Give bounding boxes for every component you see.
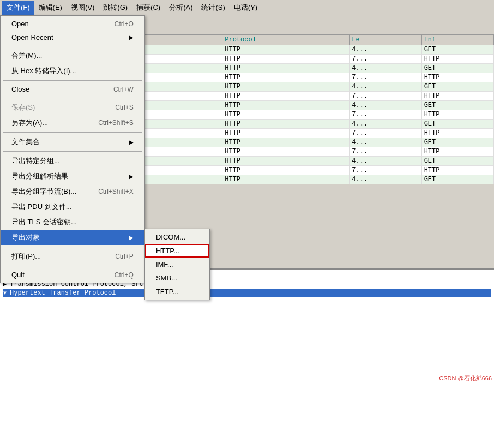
menubar-goto[interactable]: 跳转(G) bbox=[99, 1, 132, 15]
sep1 bbox=[3, 46, 142, 46]
cell-info: GET bbox=[421, 138, 493, 147]
cell-info: HTTP bbox=[421, 110, 493, 120]
cell-length: 7... bbox=[350, 55, 421, 64]
menu-export-pdu[interactable]: 导出 PDU 到文件... bbox=[1, 199, 144, 214]
sep3 bbox=[3, 98, 142, 98]
menu-save: 保存(S) Ctrl+S bbox=[1, 100, 144, 115]
cell-length: 4... bbox=[350, 101, 421, 110]
detail-panel: Internet Protocol Version 4, Src: 223.10… bbox=[0, 270, 494, 448]
sep4 bbox=[3, 132, 142, 133]
cell-protocol: HTTP bbox=[222, 101, 350, 110]
menu-export-bytes[interactable]: 导出分组字节流(B)... Ctrl+Shift+X bbox=[1, 184, 144, 199]
cell-length: 7... bbox=[350, 73, 421, 82]
menu-save-as[interactable]: 另存为(A)... Ctrl+Shift+S bbox=[1, 115, 144, 130]
submenu-http[interactable]: HTTP... bbox=[145, 244, 209, 258]
cell-protocol: HTTP bbox=[222, 157, 350, 166]
submenu-dicom[interactable]: DICOM... bbox=[145, 230, 209, 244]
cell-protocol: HTTP bbox=[222, 120, 350, 129]
cell-protocol: HTTP bbox=[222, 73, 350, 82]
menubar: 文件(F) 编辑(E) 视图(V) 跳转(G) 捕获(C) 分析(A) 统计(S… bbox=[0, 0, 494, 15]
cell-info: GET bbox=[421, 157, 493, 166]
menu-export-tls[interactable]: 导出 TLS 会话密钥... bbox=[1, 214, 144, 230]
cell-protocol: HTTP bbox=[222, 138, 350, 147]
cell-protocol: HTTP bbox=[222, 92, 350, 101]
cell-protocol: HTTP bbox=[222, 82, 350, 92]
col-protocol: Protocol bbox=[222, 35, 350, 45]
menu-import-hex[interactable]: 从 Hex 转储导入(I)... bbox=[1, 63, 144, 79]
menu-export-objects[interactable]: 导出对象 ▶ bbox=[1, 230, 144, 245]
menu-open-recent[interactable]: Open Recent ▶ bbox=[1, 31, 144, 44]
cell-protocol: HTTP bbox=[222, 55, 350, 64]
cell-length: 4... bbox=[350, 64, 421, 73]
col-length: Le bbox=[350, 35, 421, 45]
menubar-view[interactable]: 视图(V) bbox=[67, 1, 99, 15]
submenu-imf[interactable]: IMF... bbox=[145, 258, 209, 271]
menu-merge[interactable]: 合并(M)... bbox=[1, 48, 144, 63]
cell-length: 7... bbox=[350, 129, 421, 138]
submenu-smb[interactable]: SMB... bbox=[145, 271, 209, 285]
watermark: CSDN @石化郊666 bbox=[439, 374, 492, 383]
cell-info: HTTP bbox=[421, 147, 493, 157]
sep7 bbox=[3, 266, 142, 266]
cell-length: 4... bbox=[350, 82, 421, 92]
file-dropdown-menu: Open Ctrl+O Open Recent ▶ 合并(M)... 从 Hex… bbox=[0, 15, 145, 283]
menu-file-set[interactable]: 文件集合 ▶ bbox=[1, 134, 144, 150]
submenu-tftp[interactable]: TFTP... bbox=[145, 285, 209, 298]
cell-length: 7... bbox=[350, 166, 421, 175]
cell-protocol: HTTP bbox=[222, 175, 350, 184]
cell-protocol: HTTP bbox=[222, 64, 350, 73]
cell-info: GET bbox=[421, 101, 493, 110]
cell-protocol: HTTP bbox=[222, 166, 350, 175]
cell-length: 4... bbox=[350, 175, 421, 184]
menubar-analyze[interactable]: 分析(A) bbox=[165, 1, 197, 15]
cell-length: 4... bbox=[350, 45, 421, 55]
cell-info: GET bbox=[421, 64, 493, 73]
cell-info: HTTP bbox=[421, 129, 493, 138]
cell-length: 7... bbox=[350, 110, 421, 120]
cell-length: 4... bbox=[350, 157, 421, 166]
menu-quit[interactable]: Quit Ctrl+Q bbox=[1, 268, 144, 282]
col-info: Inf bbox=[421, 35, 493, 45]
menubar-phone[interactable]: 电话(Y) bbox=[230, 1, 262, 15]
menu-export-parsed[interactable]: 导出分组解析结果 ▶ bbox=[1, 169, 144, 184]
cell-info: HTTP bbox=[421, 55, 493, 64]
cell-protocol: HTTP bbox=[222, 129, 350, 138]
cell-protocol: HTTP bbox=[222, 45, 350, 55]
cell-info: GET bbox=[421, 82, 493, 92]
menubar-edit[interactable]: 编辑(E) bbox=[34, 1, 67, 15]
cell-protocol: HTTP bbox=[222, 147, 350, 157]
cell-length: 4... bbox=[350, 120, 421, 129]
menu-open[interactable]: Open Ctrl+O bbox=[1, 17, 144, 31]
menu-export-objects-container: 导出对象 ▶ DICOM... HTTP... IMF... SMB... TF… bbox=[1, 230, 144, 245]
sep6 bbox=[3, 247, 142, 247]
cell-info: HTTP bbox=[421, 166, 493, 175]
cell-length: 7... bbox=[350, 92, 421, 101]
cell-length: 7... bbox=[350, 147, 421, 157]
menu-export-specific[interactable]: 导出特定分组... bbox=[1, 153, 144, 169]
cell-info: GET bbox=[421, 120, 493, 129]
menubar-capture[interactable]: 捕获(C) bbox=[132, 1, 165, 15]
cell-protocol: HTTP bbox=[222, 110, 350, 120]
cell-info: GET bbox=[421, 175, 493, 184]
cell-info: HTTP bbox=[421, 92, 493, 101]
file-menu-dropdown: Open Ctrl+O Open Recent ▶ 合并(M)... 从 Hex… bbox=[0, 15, 145, 283]
cell-length: 4... bbox=[350, 138, 421, 147]
menu-close[interactable]: Close Ctrl+W bbox=[1, 82, 144, 96]
cell-info: GET bbox=[421, 45, 493, 55]
export-objects-submenu: DICOM... HTTP... IMF... SMB... TFTP... bbox=[144, 229, 210, 300]
detail-line-http[interactable]: Hypertext Transfer Protocol bbox=[3, 289, 491, 297]
cell-info: HTTP bbox=[421, 73, 493, 82]
menu-print[interactable]: 打印(P)... Ctrl+P bbox=[1, 249, 144, 264]
sep2 bbox=[3, 80, 142, 81]
sep5 bbox=[3, 151, 142, 152]
menubar-file[interactable]: 文件(F) bbox=[2, 1, 34, 15]
menubar-stats[interactable]: 统计(S) bbox=[197, 1, 229, 15]
